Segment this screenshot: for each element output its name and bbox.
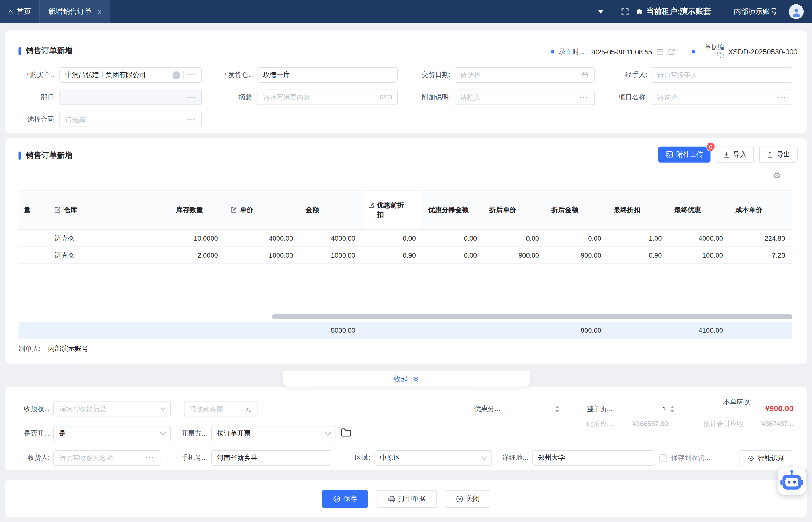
gear-icon[interactable]: ⚙ — [773, 171, 781, 180]
doc-no-label: 单据编号: — [700, 44, 724, 59]
cell-amount: 4000.00 — [300, 229, 363, 246]
more-options-icon[interactable]: ··· — [777, 94, 787, 101]
section-title: 销售订单新增 — [19, 46, 73, 56]
handler-input[interactable] — [657, 71, 787, 79]
contract-input[interactable] — [65, 116, 184, 123]
attach-label: 附件上传 — [676, 150, 703, 159]
export-button[interactable]: 导出 — [759, 146, 797, 162]
delivery-date-label: 交货日期: — [399, 67, 450, 83]
handler-field-wrap — [652, 67, 792, 83]
table-header-row: 量 仓库 库存数量 单价 金额 优惠前折扣 优惠分摊金额 — [19, 190, 793, 229]
project-input[interactable] — [657, 93, 774, 101]
summary-cell-final-benefit: 4100.00 — [669, 322, 730, 339]
app-root: ⌂ 首页 新增销售订单 × 当前租户:演示账套 内部演示账号 销售订单新增 — [0, 0, 812, 522]
invoice-method-select[interactable]: 按订单开票 — [211, 426, 335, 441]
buyer-input[interactable] — [65, 71, 170, 79]
department-input[interactable] — [65, 93, 184, 101]
tab-home[interactable]: ⌂ 首页 — [0, 0, 40, 23]
col-header-warehouse: 仓库 — [49, 190, 171, 229]
consignee-input[interactable] — [59, 454, 142, 462]
region-select[interactable]: 中原区 — [374, 450, 492, 466]
cell-cost-price: 7.28 — [730, 246, 792, 263]
chevron-down-icon[interactable] — [598, 10, 603, 13]
cell-cost-price: 224.80 — [730, 229, 792, 246]
more-options-icon[interactable]: ··· — [187, 72, 196, 79]
receivable-label: 本单应收: — [720, 397, 752, 406]
stepper-arrows[interactable] — [555, 405, 559, 412]
prepay-select[interactable]: 请填写收款信息 — [53, 401, 171, 417]
image-icon — [665, 150, 673, 158]
cell-pre-discount: 0.90 — [363, 246, 423, 263]
table-head-buttons: 附件上传 0 导入 导出 — [658, 146, 797, 162]
print-button[interactable]: 打印单据 — [376, 490, 437, 507]
clear-icon[interactable]: × — [173, 71, 180, 79]
project-label: 项目名称: — [596, 89, 647, 105]
discount-share-stepper — [505, 401, 559, 417]
account-name[interactable]: 内部演示账号 — [734, 7, 777, 16]
whole-discount-value: 1 — [616, 405, 666, 413]
previous-receivable-label: 此前应... — [567, 420, 613, 428]
table-row[interactable]: 迈克仓 2.0000 1000.00 1000.00 0.90 0.00 900… — [19, 247, 793, 264]
phone-input[interactable] — [217, 454, 326, 462]
col-header-discounted-price: 折后单价 — [484, 190, 546, 229]
invoice-method-label: 开票方... — [173, 426, 207, 441]
smart-recognition-button[interactable]: 智能识别 — [740, 450, 792, 466]
close-button[interactable]: 关闭 — [445, 490, 490, 507]
attachment-upload-button[interactable]: 附件上传 — [658, 146, 711, 162]
avatar[interactable] — [789, 4, 804, 19]
summary-input[interactable] — [263, 93, 377, 101]
calendar-icon[interactable] — [656, 48, 664, 56]
items-section-title: 销售订单新增 — [19, 150, 73, 160]
title-bar — [19, 47, 21, 55]
department-label: 部门: — [9, 89, 56, 105]
folder-icon[interactable] — [341, 428, 351, 437]
more-options-icon[interactable]: ··· — [579, 94, 589, 101]
import-button[interactable]: 导入 — [716, 146, 754, 162]
horizontal-scrollbar[interactable] — [272, 314, 793, 319]
cell-warehouse: 迈克仓 — [49, 246, 171, 263]
summary-cell: -- — [423, 322, 484, 339]
invoice-select[interactable]: 是 — [53, 426, 171, 441]
chevron-down-icon — [160, 405, 166, 410]
note-field-wrap: ··· — [455, 89, 595, 105]
col-header-stock-qty: 库存数量 — [171, 190, 226, 229]
collapse-button[interactable]: 收起 — [283, 372, 530, 386]
warehouse-label: *发货仓... — [202, 67, 254, 83]
project-field-wrap: ··· — [652, 89, 792, 105]
tab-new-sales-order[interactable]: 新增销售订单 × — [40, 0, 111, 23]
delivery-date-input[interactable] — [460, 71, 578, 79]
calendar-icon[interactable] — [581, 71, 589, 79]
prepay-amount-input[interactable] — [190, 405, 242, 413]
tab-close-icon[interactable]: × — [97, 7, 102, 16]
printer-icon — [388, 495, 395, 503]
cell-unit-price: 1000.00 — [225, 246, 300, 263]
save-button[interactable]: 保存 — [322, 490, 368, 507]
consignee-label: 收货人: — [5, 450, 50, 466]
note-input[interactable] — [460, 93, 576, 101]
chevron-down-icon — [325, 430, 331, 436]
save-to-consignee-checkbox[interactable] — [659, 454, 667, 462]
chat-bot-button[interactable] — [778, 467, 806, 495]
more-options-icon[interactable]: ··· — [146, 454, 155, 462]
address-field-wrap — [532, 450, 655, 466]
stepper-arrows[interactable] — [670, 405, 674, 412]
warehouse-input[interactable] — [263, 71, 392, 79]
person-icon — [790, 6, 802, 17]
save-label: 保存 — [344, 494, 357, 503]
cell-discounted-price: 0.00 — [484, 229, 546, 246]
external-link-icon[interactable] — [668, 48, 676, 55]
col-header-final-discount: 最终折扣 — [608, 190, 669, 229]
address-input[interactable] — [538, 454, 649, 462]
contract-field-wrap: ··· — [59, 112, 202, 127]
order-meta: 录单时... 2025-05-30 11:08:55 单据编号: XSDD-20… — [551, 44, 797, 59]
summary-cell: -- — [608, 322, 669, 339]
table-row[interactable]: 迈克仓 10.0000 4000.00 4000.00 0.00 0.00 0.… — [19, 229, 793, 246]
more-options-icon[interactable]: ··· — [187, 116, 196, 123]
cell-amount: 1000.00 — [300, 246, 363, 263]
summary-field-wrap: 0/50 — [257, 89, 398, 105]
fullscreen-icon[interactable] — [621, 7, 629, 16]
more-options-icon[interactable]: ··· — [187, 94, 196, 101]
cell-final-discount: 1.00 — [608, 229, 669, 246]
summary-cell: -- — [225, 322, 300, 339]
phone-field-wrap — [211, 450, 331, 466]
